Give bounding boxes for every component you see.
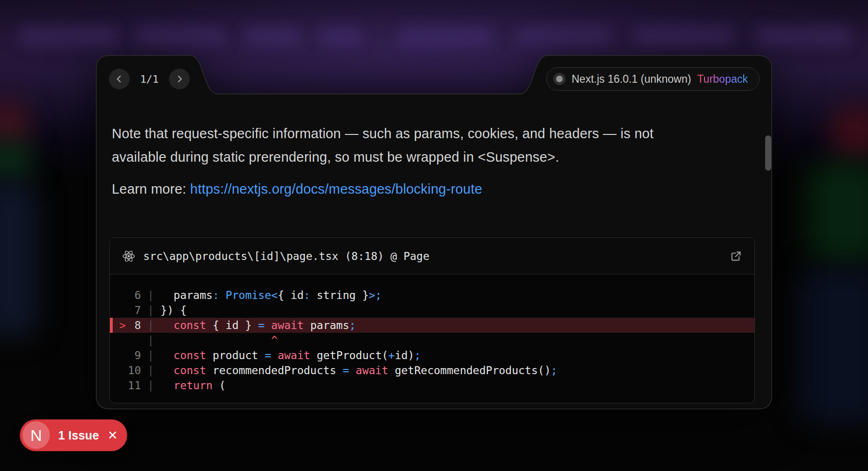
- learn-more-row: Learn more: https://nextjs.org/docs/mess…: [112, 181, 482, 197]
- backdrop-blurred-navitem: [319, 26, 362, 47]
- code-line: 6| params: Promise<{ id: string }>;: [110, 288, 754, 303]
- backdrop-blob: [831, 106, 868, 157]
- issue-count-label: 1 Issue: [58, 429, 99, 442]
- backdrop-blurred-navitem: [244, 26, 301, 47]
- version-text: Next.js 16.0.1 (unknown): [572, 73, 691, 86]
- previous-issue-button[interactable]: [109, 69, 130, 89]
- backdrop-blurred-navitem: [756, 26, 850, 47]
- learn-more-label: Learn more:: [112, 181, 190, 196]
- open-in-editor-button[interactable]: [730, 250, 742, 262]
- issue-pagination-count: 1/1: [134, 69, 164, 89]
- backdrop-blob: [808, 162, 868, 263]
- error-overlay-dialog: 1/1 Next.js 16.0.1 (unknown) Turbopack N…: [96, 55, 772, 409]
- code-line: >8| const { id } = await params;: [110, 318, 754, 333]
- code-line: | ^: [110, 333, 754, 348]
- backdrop-blurred-navitem: [19, 26, 117, 47]
- turbopack-label: Turbopack: [697, 73, 748, 86]
- backdrop-blob: [798, 268, 868, 423]
- backdrop-blurred-navitem: [399, 26, 493, 47]
- dialog-scrollbar-thumb[interactable]: [765, 135, 771, 171]
- external-link-icon: [730, 250, 742, 262]
- nextjs-version-badge[interactable]: Next.js 16.0.1 (unknown) Turbopack: [546, 67, 760, 91]
- chevron-left-icon: [115, 75, 124, 83]
- close-icon[interactable]: ✕: [108, 429, 118, 441]
- next-issue-button[interactable]: [169, 69, 190, 89]
- code-frame: src\app\products\[id]\page.tsx (8:18) @ …: [109, 237, 755, 403]
- code-line: 9| const product = await getProduct(+id)…: [110, 348, 754, 363]
- chevron-right-icon: [175, 75, 184, 83]
- version-status-dot: [553, 73, 566, 85]
- learn-more-link[interactable]: https://nextjs.org/docs/messages/blockin…: [190, 181, 482, 196]
- code-line: 7|}) {: [110, 303, 754, 318]
- backdrop-blob: [0, 181, 38, 336]
- code-line: 10| const recommendedProducts = await ge…: [110, 363, 754, 378]
- react-icon: [122, 250, 135, 263]
- dev-indicator-issue-badge[interactable]: N 1 Issue ✕: [20, 419, 127, 451]
- backdrop-blurred-navitem: [136, 26, 225, 47]
- backdrop-blurred-navitem: [517, 26, 611, 47]
- code-frame-header: src\app\products\[id]\page.tsx (8:18) @ …: [110, 238, 754, 275]
- code-lines: 6| params: Promise<{ id: string }>;7|}) …: [110, 275, 754, 403]
- nextjs-logo: N: [23, 422, 50, 449]
- code-line: 11| return (: [110, 378, 754, 393]
- error-message: Note that request-specific information —…: [112, 122, 718, 169]
- source-file-path: src\app\products\[id]\page.tsx (8:18) @ …: [143, 250, 722, 262]
- backdrop-blurred-navitem: [634, 26, 733, 47]
